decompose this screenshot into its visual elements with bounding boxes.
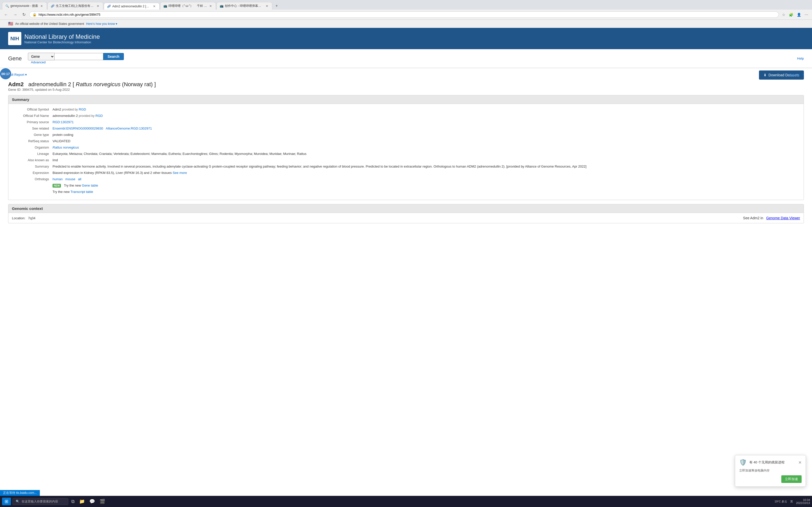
transcript-table-link[interactable]: Transcript table [70,190,93,194]
search-input[interactable] [55,53,103,60]
reload-button[interactable]: ↻ [21,11,27,18]
tab-title-5: 创作中心 - 哔哩哔哩弹幕视频网... [225,4,263,8]
expression-label: Expression [12,171,53,175]
tab-favicon-1: 🔍 [5,4,9,8]
advanced-link[interactable]: Advanced [31,60,124,64]
human-ortholog-link[interactable]: human [53,177,63,181]
extensions-button[interactable]: 🧩 [788,12,795,18]
lineage-row: Lineage Eukaryota; Metazoa; Chordata; Cr… [12,152,800,156]
gene-table-value: NEW Try the new Gene table [53,183,800,187]
url-input[interactable] [39,13,775,16]
tab-bar: 🔍 geneyounaxie - 搜索 ✕ 🧬 生工生物工程(上海股份有限公..… [0,0,812,10]
tab-favicon-5: 📺 [220,4,223,8]
official-fullname-value: adrenomedullin 2 provided by RGD [53,114,800,118]
tab-1[interactable]: 🔍 geneyounaxie - 搜索 ✕ [2,2,47,10]
secure-icon: 🔒 [33,13,37,16]
gene-table-row: NEW Try the new Gene table [12,183,800,187]
gene-type-row: Gene type protein coding [12,133,800,136]
tab-3[interactable]: 🧬 Adm2 adrenomedullin 2 [Rattus... ✕ [104,3,160,10]
ensembl-link[interactable]: Ensembl:ENSRNOG00000029830 [53,126,103,130]
report-bar: Full Report ▾ 00:17 Send to: ▾ [8,71,804,78]
organism-value: Rattus norvegicus [53,146,800,149]
tab-close-3[interactable]: ✕ [152,5,156,8]
organism-label: Organism [12,146,53,149]
profile-button[interactable]: 👤 [796,12,802,18]
tab-5[interactable]: 📺 创作中心 - 哔哩哔哩弹幕视频网... ✕ [216,2,272,10]
mouse-ortholog-link[interactable]: mouse [65,177,75,181]
tab-2[interactable]: 🧬 生工生物工程(上海股份有限公... ✕ [47,2,103,10]
summary-section: Summary Official Symbol Adm2 provided by… [8,95,804,200]
gene-type-label: Gene type [12,133,53,136]
timer-bubble: 00:17 [0,68,11,79]
also-known-value: lmd [53,158,800,162]
refseq-status-label: RefSeq status [12,139,53,143]
organism-row: Organism Rattus norvegicus [12,146,800,149]
official-symbol-row: Official Symbol Adm2 provided by RGD [12,108,800,111]
rgd-link-fullname[interactable]: RGD [95,114,103,118]
gene-full-name: adrenomedullin 2 [28,81,71,88]
see-related-row: See related Ensembl:ENSRNOG00000029830 A… [12,126,800,130]
new-badge-gene-table: NEW [53,184,61,187]
how-know-link[interactable]: Here's how you know ▾ [86,22,117,25]
tab-title-1: geneyounaxie - 搜索 [10,4,38,8]
address-bar[interactable]: 🔒 [29,11,779,18]
tab-4[interactable]: 📺 哔哩哔哩（"·ω·"）ゞ 千杯 --bili... ✕ [160,2,216,10]
gene-table-link[interactable]: Gene table [82,183,98,187]
gene-type-value: protein coding [53,133,800,136]
rgd-primary-link[interactable]: RGD:1302971 [53,120,73,124]
tab-close-1[interactable]: ✕ [40,4,44,8]
database-select[interactable]: Gene PubMed Protein Nucleotide [28,53,55,60]
transcript-table-row: Try the new Transcript table [12,190,800,194]
flag-icon: 🇺🇸 [8,21,13,26]
genomic-context-section: Genomic context Location: 7q34 See Adm2 … [8,204,804,223]
back-button[interactable]: ← [3,11,10,18]
help-link[interactable]: Help [797,57,804,60]
favorites-button[interactable]: ☆ [781,12,786,18]
summary-table: Official Symbol Adm2 provided by RGD Off… [8,104,804,200]
species-common: Norway rat [124,81,151,88]
alliance-link[interactable]: AllianceGenome:RGD:1302971 [106,126,152,130]
refseq-status-value: VALIDATED [53,139,800,143]
genomic-context-body: Location: 7q34 See Adm2 in Genome Data V… [8,213,804,223]
menu-button[interactable]: ⋯ [803,12,809,18]
browser-actions: ☆ 🧩 👤 ⋯ [781,12,809,18]
see-more-link[interactable]: See more [172,171,187,175]
also-known-row: Also known as lmd [12,158,800,162]
gov-banner: 🇺🇸 An official website of the United Sta… [0,20,812,28]
gov-banner-text: An official website of the United States… [15,22,84,25]
location-info: Location: 7q34 [12,216,36,220]
official-symbol-label: Official Symbol [12,108,53,111]
transcript-table-value: Try the new Transcript table [53,190,800,194]
gene-symbol: Adm2 [8,81,23,88]
nih-subtitle: National Center for Biotechnology Inform… [24,40,100,44]
location-label: Location: 7q34 [12,216,36,220]
gene-title-area: ⬇ Download Datasets Adm2 adrenomedullin … [8,81,804,92]
new-tab-button[interactable]: + [273,2,280,10]
organism-link[interactable]: Rattus norvegicus [53,146,79,149]
expression-value: Biased expression in Kidney (RPKM 83.5),… [53,171,800,175]
genomic-context-header: Genomic context [8,204,804,213]
tab-close-4[interactable]: ✕ [209,4,213,8]
tab-close-2[interactable]: ✕ [96,4,100,8]
summary-text-value: Predicted to enable hormone activity. In… [53,165,800,168]
search-controls: Gene PubMed Protein Nucleotide Search [28,53,124,60]
lineage-value: Eukaryota; Metazoa; Chordata; Craniata; … [53,152,800,156]
genome-data-viewer-link[interactable]: Genome Data Viewer [766,216,800,220]
gene-label: Gene [8,55,22,62]
tab-title-2: 生工生物工程(上海股份有限公... [56,4,94,8]
orthologs-value: human mouse all [53,177,800,181]
send-to-link[interactable]: Send to: ▾ [789,73,804,76]
also-known-label: Also known as [12,158,53,162]
rgd-link-symbol[interactable]: RGD [79,108,86,111]
forward-button[interactable]: → [12,11,19,18]
search-area: Gene Gene PubMed Protein Nucleotide Sear… [0,49,812,68]
all-ortholog-link[interactable]: all [78,177,81,181]
genome-viewer-link-area: See Adm2 in Genome Data Viewer [743,216,800,220]
nih-logo: NIH [8,32,21,45]
search-button[interactable]: Search [103,53,124,60]
lineage-label: Lineage [12,152,53,156]
tab-close-5[interactable]: ✕ [265,4,269,8]
tab-favicon-4: 📺 [163,4,167,8]
primary-source-label: Primary source [12,120,53,124]
gene-title: Adm2 adrenomedullin 2 [ Rattus norvegicu… [8,81,804,88]
